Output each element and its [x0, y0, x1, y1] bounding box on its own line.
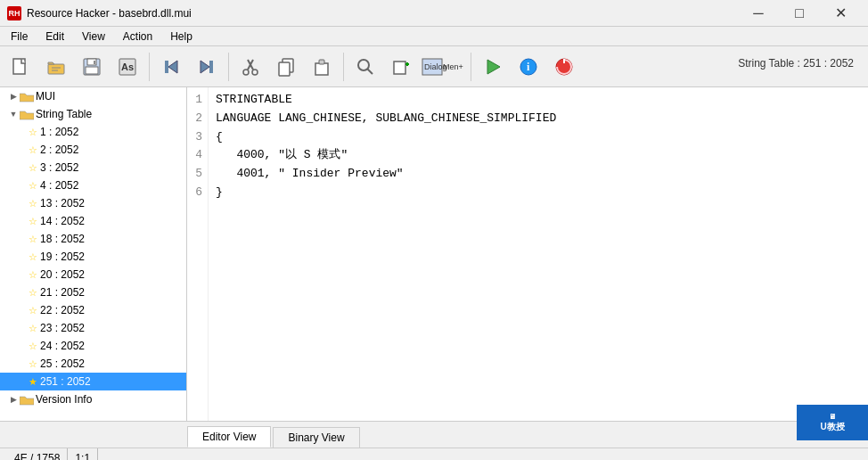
- star-icon: ☆: [29, 305, 37, 316]
- code-content[interactable]: STRINGTABLE LANGUAGE LANG_CHINESE, SUBLA…: [209, 87, 868, 421]
- info-button[interactable]: i: [512, 50, 545, 84]
- line-num-3: 3: [191, 128, 202, 147]
- forward-button[interactable]: [190, 50, 224, 84]
- svg-rect-24: [394, 62, 405, 74]
- cut-button[interactable]: [233, 50, 267, 84]
- title-controls: ─ □ ✕: [738, 0, 861, 27]
- save-button[interactable]: [75, 50, 109, 84]
- folder-icon-mui: [20, 90, 34, 103]
- svg-text:Men+: Men+: [443, 62, 463, 71]
- back-button[interactable]: [154, 50, 188, 84]
- add-resource-button[interactable]: [384, 50, 418, 84]
- line-num-4: 4: [191, 146, 202, 165]
- svg-rect-6: [86, 67, 98, 74]
- menu-bar-container: File Edit View Action Help String Table …: [0, 27, 868, 46]
- copy-button[interactable]: [269, 50, 303, 84]
- svg-rect-20: [315, 63, 328, 75]
- tree-label-mui: MUI: [36, 90, 55, 103]
- stop-button[interactable]: [547, 50, 581, 84]
- line-num-1: 1: [191, 91, 202, 110]
- tree-item-22-2052[interactable]: ☆ 22 : 2052: [0, 301, 186, 319]
- star-icon: ☆: [29, 180, 37, 192]
- run-icon: [483, 57, 503, 77]
- status-bar: 4E / 1758 1:1: [0, 448, 868, 460]
- info-icon: i: [519, 57, 538, 77]
- svg-marker-12: [201, 61, 209, 73]
- star-icon: ☆: [29, 198, 37, 209]
- minimize-button[interactable]: ─: [738, 0, 779, 27]
- svg-rect-19: [279, 62, 290, 76]
- star-icon: ☆: [29, 287, 37, 299]
- tree-item-versioninfo[interactable]: ▶ Version Info: [0, 390, 186, 408]
- back-icon: [161, 57, 181, 77]
- app-icon: RH: [7, 6, 21, 21]
- tree-item-19-2052[interactable]: ☆ 19 : 2052: [0, 248, 186, 266]
- dialog-button[interactable]: Dialog Men+: [420, 50, 466, 84]
- tree-item-3-2052[interactable]: ☆ 3 : 2052: [0, 159, 186, 177]
- tree-item-4-2052[interactable]: ☆ 4 : 2052: [0, 177, 186, 194]
- svg-text:As: As: [121, 62, 134, 72]
- tree-item-stringtable[interactable]: ▼ String Table: [0, 105, 186, 123]
- title-bar: RH Resource Hacker - basebrd.dll.mui ─ □…: [0, 0, 868, 27]
- star-icon: ☆: [29, 341, 37, 352]
- menu-bar: File Edit View Action Help: [0, 27, 868, 46]
- tree-panel: ▶ MUI ▼ String Table ☆ 1 : 2052 ☆ 2 : 20…: [0, 87, 187, 421]
- tree-label-19-2052: 19 : 2052: [40, 251, 85, 263]
- star-icon: ☆: [29, 144, 37, 156]
- tab-editor-view[interactable]: Editor View: [187, 426, 271, 448]
- tree-item-21-2052[interactable]: ☆ 21 : 2052: [0, 283, 186, 301]
- svg-rect-21: [319, 60, 324, 64]
- tree-item-251-2052[interactable]: ★ 251 : 2052: [0, 373, 186, 390]
- menu-help[interactable]: Help: [163, 28, 200, 45]
- star-icon: ☆: [29, 358, 37, 370]
- tree-item-mui[interactable]: ▶ MUI: [0, 87, 186, 105]
- folder-icon-stringtable: [20, 108, 34, 120]
- tree-label-23-2052: 23 : 2052: [40, 322, 85, 334]
- menu-action[interactable]: Action: [116, 28, 160, 45]
- watermark: 🖥 U教授: [797, 405, 868, 440]
- new-button[interactable]: [4, 50, 37, 84]
- search-button[interactable]: [348, 50, 382, 84]
- tree-item-25-2052[interactable]: ☆ 25 : 2052: [0, 355, 186, 373]
- maximize-button[interactable]: □: [779, 0, 820, 27]
- tree-item-18-2052[interactable]: ☆ 18 : 2052: [0, 230, 186, 248]
- tree-item-13-2052[interactable]: ☆ 13 : 2052: [0, 194, 186, 212]
- stop-icon: [554, 57, 574, 77]
- watermark-text: U教授: [820, 421, 844, 433]
- new-icon: [11, 57, 30, 77]
- tree-item-14-2052[interactable]: ☆ 14 : 2052: [0, 212, 186, 230]
- tree-label-24-2052: 24 : 2052: [40, 340, 85, 352]
- tree-label-18-2052: 18 : 2052: [40, 233, 85, 245]
- code-area[interactable]: 1 2 3 4 5 6 STRINGTABLE LANGUAGE LANG_CH…: [187, 87, 868, 421]
- status-right: 1:1: [68, 448, 98, 460]
- tree-item-1-2052[interactable]: ☆ 1 : 2052: [0, 123, 186, 141]
- menu-file[interactable]: File: [4, 28, 35, 45]
- saveas-button[interactable]: As: [111, 50, 144, 84]
- menu-edit[interactable]: Edit: [38, 28, 71, 45]
- tree-item-2-2052[interactable]: ☆ 2 : 2052: [0, 141, 186, 159]
- tree-item-20-2052[interactable]: ☆ 20 : 2052: [0, 266, 186, 283]
- svg-marker-10: [168, 61, 177, 73]
- star-icon: ☆: [29, 234, 37, 245]
- tree-label-3-2052: 3 : 2052: [40, 161, 78, 174]
- close-button[interactable]: ✕: [820, 0, 861, 27]
- bottom-tabs: Editor View Binary View: [0, 421, 868, 448]
- save-icon: [82, 57, 102, 77]
- tree-item-23-2052[interactable]: ☆ 23 : 2052: [0, 319, 186, 337]
- open-button[interactable]: [39, 50, 73, 84]
- run-button[interactable]: [476, 50, 510, 84]
- star-icon: ☆: [29, 251, 37, 263]
- paste-icon: [312, 57, 332, 77]
- tree-item-24-2052[interactable]: ☆ 24 : 2052: [0, 337, 186, 355]
- star-icon: ☆: [29, 216, 37, 227]
- paste-button[interactable]: [305, 50, 339, 84]
- toolbar-sep-3: [343, 53, 344, 81]
- saveas-icon: As: [118, 57, 137, 77]
- tab-binary-view[interactable]: Binary View: [273, 427, 359, 448]
- expand-icon: ▶: [7, 90, 20, 103]
- menu-view[interactable]: View: [75, 28, 112, 45]
- search-icon: [356, 57, 375, 77]
- expand-icon: ▼: [7, 108, 20, 120]
- folder-icon-versioninfo: [20, 393, 34, 406]
- star-icon: ☆: [29, 269, 37, 281]
